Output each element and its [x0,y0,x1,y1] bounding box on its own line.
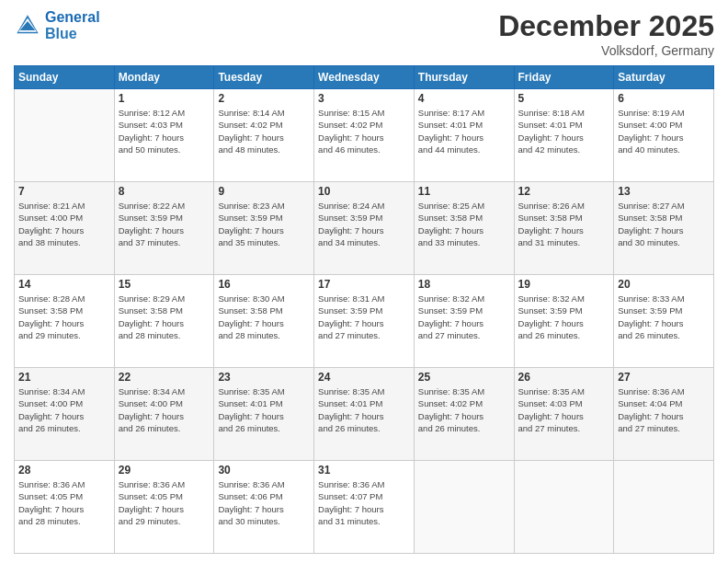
month-title: December 2025 [498,9,714,43]
day-number: 12 [518,185,610,198]
day-number: 26 [518,371,610,384]
day-info: Sunrise: 8:36 AMSunset: 4:05 PMDaylight:… [119,478,210,527]
calendar-cell: 24Sunrise: 8:35 AMSunset: 4:01 PMDayligh… [314,368,415,461]
day-info: Sunrise: 8:12 AMSunset: 4:03 PMDaylight:… [119,107,210,155]
calendar-cell: 2Sunrise: 8:14 AMSunset: 4:02 PMDaylight… [214,89,314,182]
calendar-cell: 19Sunrise: 8:32 AMSunset: 3:59 PMDayligh… [514,275,614,368]
day-info: Sunrise: 8:24 AMSunset: 3:59 PMDaylight:… [318,200,410,248]
day-number: 19 [518,278,610,291]
day-info: Sunrise: 8:35 AMSunset: 4:01 PMDaylight:… [318,385,410,434]
calendar-cell: 9Sunrise: 8:23 AMSunset: 3:59 PMDaylight… [214,182,314,275]
calendar-cell: 30Sunrise: 8:36 AMSunset: 4:06 PMDayligh… [214,461,314,554]
day-number: 4 [418,92,510,105]
day-info: Sunrise: 8:23 AMSunset: 3:59 PMDaylight:… [218,200,310,248]
day-info: Sunrise: 8:30 AMSunset: 3:58 PMDaylight:… [218,293,310,341]
day-info: Sunrise: 8:25 AMSunset: 3:58 PMDaylight:… [418,200,510,248]
weekday-header-tuesday: Tuesday [214,66,314,89]
day-number: 16 [218,278,310,291]
day-number: 24 [318,371,410,384]
calendar-cell: 17Sunrise: 8:31 AMSunset: 3:59 PMDayligh… [314,275,415,368]
calendar-week-3: 21Sunrise: 8:34 AMSunset: 4:00 PMDayligh… [15,368,714,461]
calendar-body: 1Sunrise: 8:12 AMSunset: 4:03 PMDaylight… [15,89,714,554]
day-info: Sunrise: 8:36 AMSunset: 4:06 PMDaylight:… [218,478,310,527]
day-number: 11 [418,185,510,198]
day-number: 18 [418,278,510,291]
day-info: Sunrise: 8:17 AMSunset: 4:01 PMDaylight:… [418,107,510,155]
day-info: Sunrise: 8:32 AMSunset: 3:59 PMDaylight:… [418,293,510,341]
day-info: Sunrise: 8:27 AMSunset: 3:58 PMDaylight:… [618,200,710,248]
calendar-cell [614,461,714,554]
weekday-header-sunday: Sunday [15,66,115,89]
day-info: Sunrise: 8:35 AMSunset: 4:03 PMDaylight:… [518,385,610,434]
logo-general: General [45,9,100,25]
calendar-cell: 20Sunrise: 8:33 AMSunset: 3:59 PMDayligh… [614,275,714,368]
weekday-header-thursday: Thursday [414,66,514,89]
calendar-cell: 26Sunrise: 8:35 AMSunset: 4:03 PMDayligh… [514,368,614,461]
day-info: Sunrise: 8:18 AMSunset: 4:01 PMDaylight:… [518,107,610,155]
calendar-cell: 4Sunrise: 8:17 AMSunset: 4:01 PMDaylight… [414,89,514,182]
location: Volksdorf, Germany [498,43,714,58]
day-info: Sunrise: 8:21 AMSunset: 4:00 PMDaylight:… [18,200,110,248]
calendar-cell: 3Sunrise: 8:15 AMSunset: 4:02 PMDaylight… [314,89,415,182]
day-number: 23 [218,371,310,384]
day-number: 29 [119,464,210,477]
calendar-cell: 7Sunrise: 8:21 AMSunset: 4:00 PMDaylight… [15,182,115,275]
weekday-header-monday: Monday [114,66,214,89]
calendar-cell [414,461,514,554]
day-number: 2 [218,92,310,105]
logo-icon [14,12,41,40]
day-number: 20 [618,278,710,291]
day-number: 13 [618,185,710,198]
day-number: 30 [218,464,310,477]
day-number: 7 [18,185,110,198]
day-number: 22 [119,371,210,384]
calendar-table: SundayMondayTuesdayWednesdayThursdayFrid… [14,65,714,554]
logo-text: General Blue [45,9,100,41]
calendar-cell: 14Sunrise: 8:28 AMSunset: 3:58 PMDayligh… [15,275,115,368]
day-number: 31 [318,464,410,477]
day-number: 3 [318,92,410,105]
header: General Blue December 2025 Volksdorf, Ge… [14,9,714,58]
calendar-cell: 8Sunrise: 8:22 AMSunset: 3:59 PMDaylight… [114,182,214,275]
weekday-header-saturday: Saturday [614,66,714,89]
day-number: 10 [318,185,410,198]
day-info: Sunrise: 8:22 AMSunset: 3:59 PMDaylight:… [119,200,210,248]
calendar-week-1: 7Sunrise: 8:21 AMSunset: 4:00 PMDaylight… [15,182,714,275]
calendar-cell: 25Sunrise: 8:35 AMSunset: 4:02 PMDayligh… [414,368,514,461]
day-info: Sunrise: 8:28 AMSunset: 3:58 PMDaylight:… [18,293,110,341]
day-info: Sunrise: 8:15 AMSunset: 4:02 PMDaylight:… [318,107,410,155]
day-info: Sunrise: 8:35 AMSunset: 4:01 PMDaylight:… [218,385,310,434]
calendar-cell: 31Sunrise: 8:36 AMSunset: 4:07 PMDayligh… [314,461,415,554]
calendar-cell: 10Sunrise: 8:24 AMSunset: 3:59 PMDayligh… [314,182,415,275]
day-info: Sunrise: 8:19 AMSunset: 4:00 PMDaylight:… [618,107,710,155]
weekday-header-friday: Friday [514,66,614,89]
day-info: Sunrise: 8:36 AMSunset: 4:07 PMDaylight:… [318,478,410,527]
day-number: 25 [418,371,510,384]
calendar-cell: 13Sunrise: 8:27 AMSunset: 3:58 PMDayligh… [614,182,714,275]
day-info: Sunrise: 8:36 AMSunset: 4:04 PMDaylight:… [618,385,710,434]
calendar-header: SundayMondayTuesdayWednesdayThursdayFrid… [15,66,714,89]
calendar-cell: 23Sunrise: 8:35 AMSunset: 4:01 PMDayligh… [214,368,314,461]
calendar-week-2: 14Sunrise: 8:28 AMSunset: 3:58 PMDayligh… [15,275,714,368]
day-info: Sunrise: 8:32 AMSunset: 3:59 PMDaylight:… [518,293,610,341]
day-info: Sunrise: 8:14 AMSunset: 4:02 PMDaylight:… [218,107,310,155]
calendar-cell: 22Sunrise: 8:34 AMSunset: 4:00 PMDayligh… [114,368,214,461]
calendar-cell: 11Sunrise: 8:25 AMSunset: 3:58 PMDayligh… [414,182,514,275]
day-info: Sunrise: 8:33 AMSunset: 3:59 PMDaylight:… [618,293,710,341]
calendar-cell: 15Sunrise: 8:29 AMSunset: 3:58 PMDayligh… [114,275,214,368]
weekday-row: SundayMondayTuesdayWednesdayThursdayFrid… [15,66,714,89]
day-info: Sunrise: 8:26 AMSunset: 3:58 PMDaylight:… [518,200,610,248]
calendar-week-0: 1Sunrise: 8:12 AMSunset: 4:03 PMDaylight… [15,89,714,182]
day-info: Sunrise: 8:36 AMSunset: 4:05 PMDaylight:… [18,478,110,527]
weekday-header-wednesday: Wednesday [314,66,415,89]
logo: General Blue [14,9,100,41]
calendar-cell: 5Sunrise: 8:18 AMSunset: 4:01 PMDaylight… [514,89,614,182]
day-number: 28 [18,464,110,477]
calendar-cell: 18Sunrise: 8:32 AMSunset: 3:59 PMDayligh… [414,275,514,368]
day-info: Sunrise: 8:34 AMSunset: 4:00 PMDaylight:… [119,385,210,434]
calendar-week-4: 28Sunrise: 8:36 AMSunset: 4:05 PMDayligh… [15,461,714,554]
day-number: 14 [18,278,110,291]
logo-blue: Blue [45,26,100,42]
calendar-cell: 16Sunrise: 8:30 AMSunset: 3:58 PMDayligh… [214,275,314,368]
calendar-cell: 29Sunrise: 8:36 AMSunset: 4:05 PMDayligh… [114,461,214,554]
